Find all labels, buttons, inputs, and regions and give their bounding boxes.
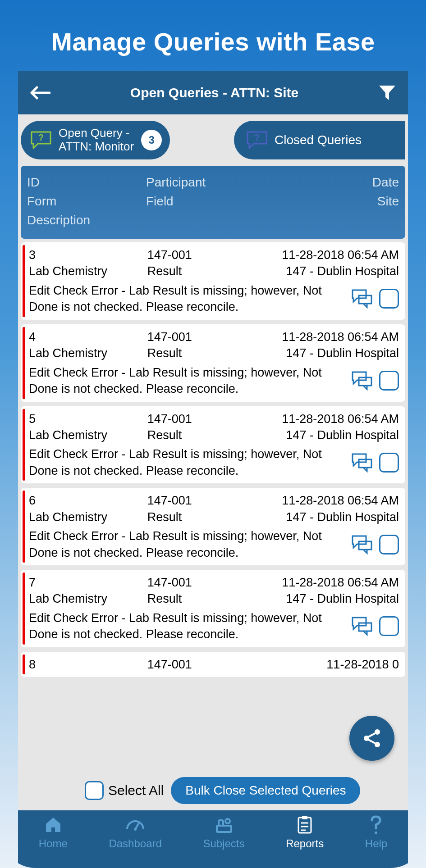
row-participant: 147-001 (147, 656, 281, 673)
svg-text:?: ? (38, 132, 44, 142)
action-bar: Select All Bulk Close Selected Queries (18, 771, 408, 810)
row-date: 11-28-2018 06:54 AM (280, 247, 399, 263)
query-row[interactable]: 7147-00111-28-2018 06:54 AMLab Chemistry… (21, 570, 405, 647)
query-row[interactable]: 5147-00111-28-2018 06:54 AMLab Chemistry… (21, 406, 405, 484)
bulk-close-button[interactable]: Bulk Close Selected Queries (171, 777, 360, 804)
svg-rect-5 (219, 820, 223, 826)
nav-reports-label: Reports (286, 837, 324, 850)
row-site: 147 - Dublin Hospital (280, 427, 399, 443)
nav-help-label: Help (365, 837, 387, 850)
svg-point-3 (134, 828, 137, 831)
pill-open-query-monitor[interactable]: ? Open Query - ATTN: Monitor 3 (21, 121, 170, 159)
query-row[interactable]: 3147-00111-28-2018 06:54 AMLab Chemistry… (21, 242, 405, 320)
query-row[interactable]: 6147-00111-28-2018 06:54 AMLab Chemistry… (21, 488, 405, 565)
row-description: Edit Check Error - Lab Result is missing… (29, 282, 345, 315)
nav-home[interactable]: Home (39, 815, 68, 850)
row-participant: 147-001 (147, 411, 281, 427)
dashboard-icon (125, 815, 145, 835)
row-date: 11-28-2018 06:54 AM (280, 574, 399, 591)
nav-help[interactable]: Help (365, 815, 387, 850)
row-participant: 147-001 (147, 574, 281, 591)
bottom-nav: Home Dashboard Subjects Reports Help (18, 810, 408, 868)
hdr-field: Field (146, 192, 280, 211)
row-site: 147 - Dublin Hospital (280, 263, 399, 279)
row-description: Edit Check Error - Lab Result is missing… (29, 364, 345, 397)
hdr-form: Form (27, 192, 146, 211)
chat-icon[interactable] (350, 287, 374, 310)
svg-text:?: ? (254, 132, 260, 142)
share-icon (361, 727, 383, 749)
row-participant: 147-001 (147, 492, 281, 509)
query-row[interactable]: 4147-00111-28-2018 06:54 AMLab Chemistry… (21, 324, 405, 402)
screen-title: Open Queries - ATTN: Site (51, 85, 377, 100)
pill-open-badge: 3 (141, 130, 162, 150)
svg-rect-8 (302, 816, 307, 819)
nav-dashboard[interactable]: Dashboard (109, 815, 161, 850)
chat-icon[interactable] (350, 451, 374, 474)
row-description: Edit Check Error - Lab Result is missing… (29, 528, 345, 561)
row-form: Lab Chemistry (29, 591, 147, 607)
home-icon (43, 815, 63, 835)
row-form: Lab Chemistry (29, 427, 147, 443)
chat-icon[interactable] (350, 369, 374, 392)
row-field: Result (147, 427, 281, 443)
svg-point-12 (375, 832, 377, 834)
query-open-icon: ? (29, 128, 53, 152)
row-date: 11-28-2018 06:54 AM (280, 492, 399, 509)
row-checkbox[interactable] (379, 371, 399, 391)
reports-icon (295, 815, 315, 835)
row-checkbox[interactable] (379, 616, 399, 636)
query-closed-icon: ? (245, 128, 269, 152)
row-id: 3 (29, 247, 147, 263)
svg-rect-4 (217, 826, 231, 832)
svg-line-17 (368, 740, 375, 743)
row-form: Lab Chemistry (29, 263, 147, 279)
row-description: Edit Check Error - Lab Result is missing… (29, 446, 345, 479)
row-id: 5 (29, 411, 147, 427)
select-all-label: Select All (108, 783, 164, 798)
hdr-site: Site (280, 192, 399, 211)
pill-closed-queries[interactable]: ? Closed Queries (234, 121, 405, 159)
nav-home-label: Home (39, 837, 68, 850)
row-site: 147 - Dublin Hospital (280, 345, 399, 361)
chat-icon[interactable] (350, 533, 374, 556)
svg-line-16 (368, 733, 375, 737)
row-date: 11-28-2018 06:54 AM (280, 329, 399, 345)
chat-icon[interactable] (350, 614, 374, 638)
row-checkbox[interactable] (379, 535, 399, 554)
hdr-date: Date (280, 173, 399, 192)
row-site: 147 - Dublin Hospital (280, 509, 399, 525)
nav-subjects[interactable]: Subjects (203, 815, 244, 850)
list-header: ID Participant Date Form Field Site Desc… (21, 166, 405, 239)
row-checkbox[interactable] (379, 453, 399, 473)
hdr-participant: Participant (146, 173, 280, 192)
row-id: 8 (29, 656, 147, 673)
filter-pills-row: ? Open Query - ATTN: Monitor 3 ? Closed … (18, 114, 408, 166)
row-field: Result (147, 591, 281, 607)
row-form: Lab Chemistry (29, 345, 147, 361)
filter-icon[interactable] (377, 83, 397, 103)
row-checkbox[interactable] (379, 289, 399, 309)
row-field: Result (147, 263, 281, 279)
hdr-id: ID (27, 173, 146, 192)
pill-open-label: Open Query - ATTN: Monitor (59, 127, 134, 154)
row-site: 147 - Dublin Hospital (280, 591, 399, 607)
row-form: Lab Chemistry (29, 509, 147, 525)
nav-subjects-label: Subjects (203, 837, 244, 850)
row-id: 4 (29, 329, 147, 345)
select-all-checkbox[interactable] (85, 781, 104, 800)
select-all-control[interactable]: Select All (85, 781, 164, 800)
row-description: Edit Check Error - Lab Result is missing… (29, 610, 345, 643)
row-date: 11-28-2018 06:54 AM (280, 411, 399, 427)
row-id: 6 (29, 492, 147, 509)
share-fab[interactable] (349, 716, 394, 761)
row-participant: 147-001 (147, 247, 281, 263)
back-arrow-icon[interactable] (29, 82, 51, 104)
query-row[interactable]: 8147-00111-28-2018 0 (21, 652, 405, 677)
row-id: 7 (29, 574, 147, 591)
nav-reports[interactable]: Reports (286, 815, 324, 850)
query-list: 3147-00111-28-2018 06:54 AMLab Chemistry… (18, 242, 408, 771)
help-icon (366, 815, 386, 835)
hdr-description: Description (27, 211, 399, 230)
pill-closed-label: Closed Queries (275, 133, 362, 147)
